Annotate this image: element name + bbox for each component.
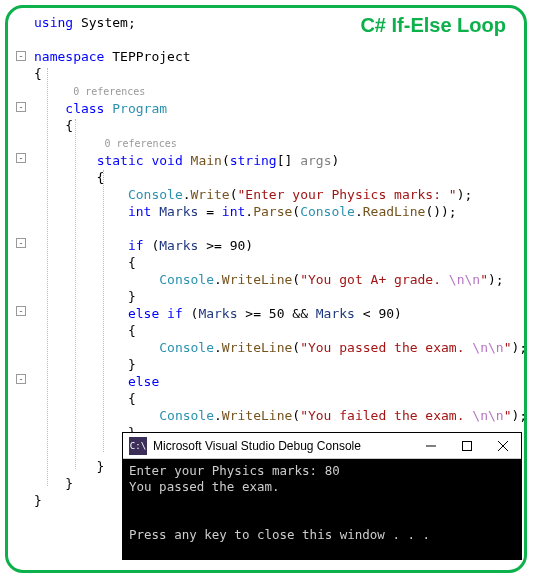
outline-gutter: - - - - - - xyxy=(14,14,30,564)
fold-box[interactable]: - xyxy=(16,51,26,61)
fold-box[interactable]: - xyxy=(16,102,26,112)
main-frame: C# If-Else Loop - - - - - - using System… xyxy=(5,5,527,573)
fold-box[interactable]: - xyxy=(16,374,26,384)
console-output: Enter your Physics marks: 80 You passed … xyxy=(123,459,521,547)
svg-rect-1 xyxy=(463,441,472,450)
fold-box[interactable]: - xyxy=(16,153,26,163)
console-titlebar[interactable]: C:\ Microsoft Visual Studio Debug Consol… xyxy=(123,433,521,459)
console-app-icon: C:\ xyxy=(129,437,147,455)
minimize-button[interactable] xyxy=(413,433,449,459)
fold-box[interactable]: - xyxy=(16,238,26,248)
fold-box[interactable]: - xyxy=(16,306,26,316)
close-button[interactable] xyxy=(485,433,521,459)
console-window-title: Microsoft Visual Studio Debug Console xyxy=(153,439,413,453)
debug-console-window: C:\ Microsoft Visual Studio Debug Consol… xyxy=(122,432,522,560)
maximize-button[interactable] xyxy=(449,433,485,459)
